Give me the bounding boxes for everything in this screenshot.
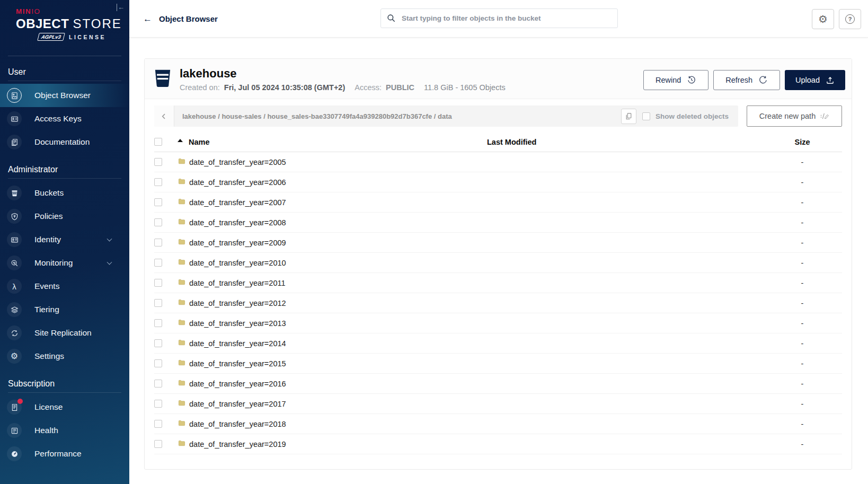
table-row[interactable]: date_of_transfer_year=2005- xyxy=(154,152,842,172)
row-checkbox[interactable] xyxy=(154,339,162,347)
table-row[interactable]: date_of_transfer_year=2008- xyxy=(154,213,842,233)
object-name[interactable]: date_of_transfer_year=2015 xyxy=(189,359,286,368)
refresh-button[interactable]: Refresh xyxy=(713,70,780,90)
sidebar-item-events[interactable]: λEvents xyxy=(0,275,129,298)
folder-icon xyxy=(178,419,186,428)
row-checkbox[interactable] xyxy=(154,239,162,247)
collapse-sidebar-icon[interactable]: ← xyxy=(117,4,125,11)
object-name[interactable]: date_of_transfer_year=2016 xyxy=(189,380,286,388)
table-row[interactable]: date_of_transfer_year=2014- xyxy=(154,333,842,354)
buckets-icon xyxy=(7,186,22,200)
bucket-header: lakehouse Created on: Fri, Jul 05 2024 1… xyxy=(145,59,852,99)
agpl-badge: AGPLv3 xyxy=(37,33,65,41)
main-content: lakehouse Created on: Fri, Jul 05 2024 1… xyxy=(129,38,868,484)
row-checkbox[interactable] xyxy=(154,299,162,307)
help-icon: ? xyxy=(845,14,855,24)
row-checkbox[interactable] xyxy=(154,440,162,448)
folder-icon xyxy=(178,399,186,408)
table-row[interactable]: date_of_transfer_year=2010- xyxy=(154,253,842,273)
bucket-name: lakehouse xyxy=(180,67,506,81)
object-size: - xyxy=(763,279,842,287)
row-checkbox[interactable] xyxy=(154,158,162,166)
table-row[interactable]: date_of_transfer_year=2007- xyxy=(154,192,842,213)
path-back-button[interactable] xyxy=(154,105,174,127)
sidebar-item-site-replication[interactable]: Site Replication xyxy=(0,321,129,345)
access-value[interactable]: PUBLIC xyxy=(386,83,414,92)
row-checkbox[interactable] xyxy=(154,319,162,327)
table-row[interactable]: date_of_transfer_year=2013- xyxy=(154,313,842,333)
create-new-path-button[interactable]: Create new path xyxy=(747,105,842,127)
object-name[interactable]: date_of_transfer_year=2017 xyxy=(189,400,286,408)
row-checkbox[interactable] xyxy=(154,279,162,287)
performance-icon xyxy=(7,446,22,461)
row-checkbox[interactable] xyxy=(154,420,162,428)
table-row[interactable]: date_of_transfer_year=2019- xyxy=(154,434,842,454)
table-row[interactable]: date_of_transfer_year=2009- xyxy=(154,233,842,253)
rewind-icon xyxy=(687,75,696,85)
object-name[interactable]: date_of_transfer_year=2005 xyxy=(189,158,286,166)
sidebar-item-settings[interactable]: ⚙Settings xyxy=(0,345,129,368)
row-checkbox[interactable] xyxy=(154,178,162,186)
sidebar-item-identity[interactable]: Identity xyxy=(0,228,129,251)
object-name[interactable]: date_of_transfer_year=2006 xyxy=(189,178,286,187)
table-row[interactable]: date_of_transfer_year=2018- xyxy=(154,414,842,434)
table-row[interactable]: date_of_transfer_year=2016- xyxy=(154,374,842,394)
table-row[interactable]: date_of_transfer_year=2012- xyxy=(154,293,842,313)
object-size: - xyxy=(763,158,842,166)
object-name[interactable]: date_of_transfer_year=2014 xyxy=(189,339,286,348)
object-name[interactable]: date_of_transfer_year=2007 xyxy=(189,198,286,207)
table-row[interactable]: date_of_transfer_year=2015- xyxy=(154,354,842,374)
upload-button[interactable]: Upload xyxy=(785,70,845,90)
table-row[interactable]: date_of_transfer_year=2006- xyxy=(154,172,842,192)
sidebar-item-access-keys[interactable]: Access Keys xyxy=(0,107,129,130)
object-filter xyxy=(380,8,618,28)
sidebar-item-license[interactable]: License xyxy=(0,395,129,419)
show-deleted-checkbox[interactable] xyxy=(642,112,650,120)
row-checkbox[interactable] xyxy=(154,259,162,267)
table-row[interactable]: date_of_transfer_year=2011- xyxy=(154,273,842,293)
tiering-icon xyxy=(7,302,22,317)
divider xyxy=(8,178,121,179)
sidebar-item-documentation[interactable]: Documentation xyxy=(0,130,129,154)
settings-button[interactable]: ⚙ xyxy=(812,9,834,29)
edit-path-icon xyxy=(820,112,829,120)
row-checkbox[interactable] xyxy=(154,198,162,206)
column-header-name[interactable]: Name xyxy=(178,138,487,146)
sidebar-item-health[interactable]: Health xyxy=(0,419,129,442)
object-name[interactable]: date_of_transfer_year=2011 xyxy=(189,279,286,287)
row-checkbox[interactable] xyxy=(154,400,162,408)
breadcrumb[interactable]: lakehouse / house-sales / house_sales-ba… xyxy=(182,112,621,120)
sidebar-item-object-browser[interactable]: Object Browser xyxy=(0,84,129,107)
object-name[interactable]: date_of_transfer_year=2013 xyxy=(189,319,286,328)
search-icon xyxy=(387,14,396,23)
object-name[interactable]: date_of_transfer_year=2008 xyxy=(189,218,286,227)
object-name[interactable]: date_of_transfer_year=2018 xyxy=(189,420,286,428)
license-label: LICENSE xyxy=(69,34,106,40)
select-all-checkbox[interactable] xyxy=(154,138,162,146)
chevron-down-icon[interactable] xyxy=(107,236,112,242)
sidebar-item-policies[interactable]: Policies xyxy=(0,205,129,228)
folder-icon xyxy=(178,379,186,388)
sidebar-item-monitoring[interactable]: Monitoring xyxy=(0,251,129,275)
row-checkbox[interactable] xyxy=(154,359,162,367)
help-button[interactable]: ? xyxy=(839,9,861,29)
sidebar-item-performance[interactable]: Performance xyxy=(0,442,129,465)
rewind-button[interactable]: Rewind xyxy=(643,70,708,90)
search-input[interactable] xyxy=(380,8,618,28)
copy-path-button[interactable] xyxy=(621,109,636,124)
sidebar-item-buckets[interactable]: Buckets xyxy=(0,181,129,205)
chevron-down-icon[interactable] xyxy=(107,260,112,265)
object-name[interactable]: date_of_transfer_year=2010 xyxy=(189,259,286,267)
row-checkbox[interactable] xyxy=(154,218,162,226)
back-button[interactable]: ← Object Browser xyxy=(143,0,218,38)
object-name[interactable]: date_of_transfer_year=2009 xyxy=(189,239,286,247)
monitoring-icon xyxy=(7,256,22,270)
created-on-value: Fri, Jul 05 2024 10:35:08 (GMT+2) xyxy=(224,83,345,92)
row-checkbox[interactable] xyxy=(154,380,162,388)
notification-dot xyxy=(17,399,23,404)
object-name[interactable]: date_of_transfer_year=2012 xyxy=(189,299,286,307)
sidebar-item-tiering[interactable]: Tiering xyxy=(0,298,129,321)
chevron-left-icon xyxy=(160,112,168,120)
table-row[interactable]: date_of_transfer_year=2017- xyxy=(154,394,842,414)
object-name[interactable]: date_of_transfer_year=2019 xyxy=(189,440,286,448)
